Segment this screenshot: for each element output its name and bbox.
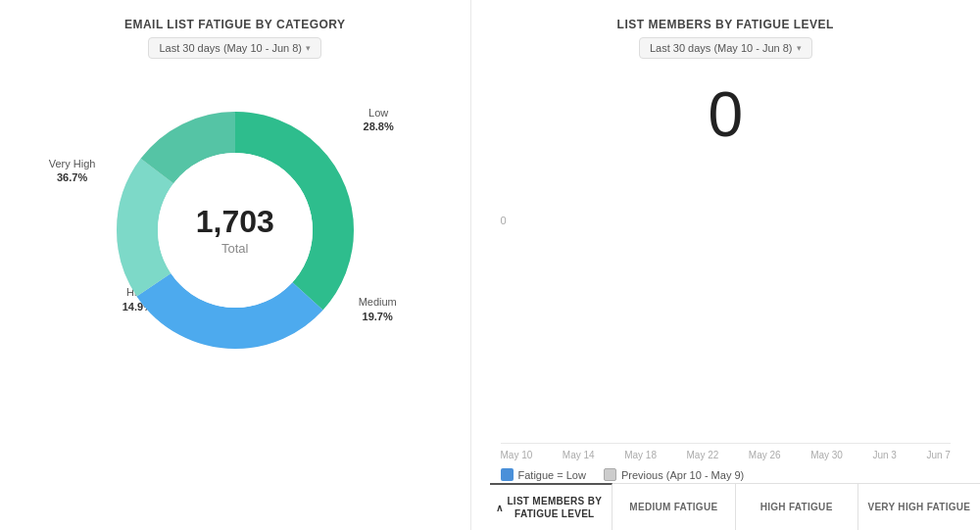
x-axis-label: Jun 3 [872,450,896,460]
legend-label-previous: Previous (Apr 10 - May 9) [621,469,744,481]
donut-total-value: 1,703 [196,206,274,237]
left-dropdown-label: Last 30 days (May 10 - Jun 8) [159,42,302,54]
right-date-dropdown[interactable]: Last 30 days (May 10 - Jun 8) ▾ [639,37,812,59]
line-chart-area: 0 [501,185,952,444]
x-axis-label: Jun 7 [926,450,950,460]
tab-up-arrow-icon: ∧ [496,502,503,514]
right-panel-title: LIST MEMBERS BY FATIGUE LEVEL [617,18,834,31]
legend-row: Fatigue = Low Previous (Apr 10 - May 9) [501,468,952,481]
x-axis-label: May 18 [624,450,657,460]
tab-item-2[interactable]: HIGH FATIGUE [736,484,858,530]
legend-item-previous: Previous (Apr 10 - May 9) [604,468,744,481]
donut-total-label: Total [196,241,274,256]
donut-chart-area: Low 28.8% Very High 36.7% Medium 19.7% H… [29,69,441,382]
x-axis-label: May 26 [749,450,781,460]
dropdown-arrow-icon: ▾ [306,43,311,53]
legend-label-low: Fatigue = Low [518,469,586,481]
donut-center: 1,703 Total [196,206,274,256]
donut-chart: 1,703 Total [88,83,382,377]
legend-checkbox-low [501,468,514,481]
left-panel-title: EMAIL LIST FATIGUE BY CATEGORY [124,18,346,31]
legend-item-low: Fatigue = Low [501,468,586,481]
x-axis-label: May 10 [501,450,533,460]
right-dropdown-arrow-icon: ▾ [797,43,802,53]
x-axis-label: May 30 [810,450,843,460]
tab-item-3[interactable]: VERY HIGH FATIGUE [858,484,980,530]
y-axis-zero: 0 [501,215,507,226]
right-panel: LIST MEMBERS BY FATIGUE LEVEL Last 30 da… [471,0,981,530]
right-dropdown-label: Last 30 days (May 10 - Jun 8) [650,42,793,54]
x-axis-label: May 14 [563,450,595,460]
tab-item-0[interactable]: ∧LIST MEMBERS BY FATIGUE LEVEL [490,483,612,530]
legend-checkbox-previous [604,468,616,481]
x-axis-label: May 22 [686,450,718,460]
left-panel: EMAIL LIST FATIGUE BY CATEGORY Last 30 d… [0,0,471,530]
tab-bar: ∧LIST MEMBERS BY FATIGUE LEVELMEDIUM FAT… [490,483,980,530]
left-date-dropdown[interactable]: Last 30 days (May 10 - Jun 8) ▾ [148,37,321,59]
big-number-display: 0 [501,78,952,151]
x-axis: May 10May 14May 18May 22May 26May 30Jun … [501,444,952,460]
tab-item-1[interactable]: MEDIUM FATIGUE [612,484,735,530]
